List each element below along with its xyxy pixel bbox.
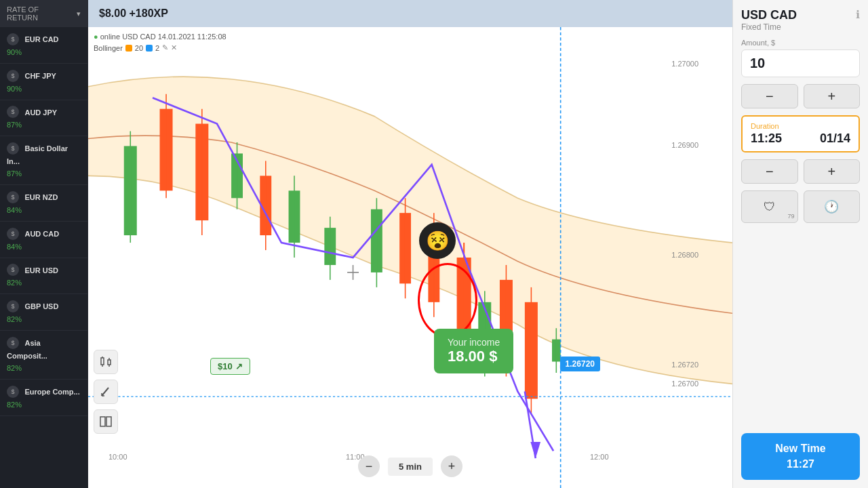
y-label-1: 1.27000	[671, 60, 698, 68]
sidebar-item-2[interactable]: $ AUD JPY 87%	[0, 100, 87, 137]
sidebar-item-pct-4: 84%	[7, 206, 22, 214]
amount-increase-btn[interactable]: +	[804, 84, 861, 108]
y-label-5: 1.26700	[671, 380, 698, 388]
amount-decrease-btn[interactable]: −	[741, 84, 798, 108]
sidebar-item-1[interactable]: $ CHF JPY 90%	[0, 64, 87, 100]
clock-btn[interactable]: 🕐	[804, 190, 861, 223]
sidebar-header[interactable]: RATE OF RETURN ▾	[0, 0, 87, 27]
sidebar-item-name-7: GBP USD	[24, 302, 58, 310]
sidebar-item-pct-1: 90%	[7, 85, 22, 93]
sidebar-item-icon-6: $	[7, 264, 19, 276]
sidebar-chevron-icon: ▾	[77, 9, 81, 18]
trade-badge-arrow: ↗	[235, 361, 243, 371]
amount-display: 10	[741, 49, 860, 77]
svg-rect-39	[108, 360, 111, 365]
income-popup: Your income 18.00 $	[434, 329, 513, 373]
sidebar-item-icon-4: $	[7, 191, 19, 203]
sidebar-item-name-1: CHF JPY	[24, 72, 56, 80]
sidebar-item-icon-1: $	[7, 70, 19, 82]
y-label-3: 1.26800	[671, 251, 698, 259]
sidebar-item-pct-7: 82%	[7, 315, 22, 323]
sidebar-item-4[interactable]: $ EUR NZD 84%	[0, 185, 87, 222]
svg-rect-46	[106, 417, 111, 426]
boll-edit-icon[interactable]: ✎	[162, 43, 168, 52]
sidebar-item-icon-2: $	[7, 106, 19, 118]
sidebar-item-name-6: EUR USD	[24, 266, 58, 274]
sidebar-item-pct-5: 84%	[7, 243, 22, 251]
new-time-button[interactable]: New Time 11:27	[741, 433, 860, 480]
chart-area: ● online USD CAD 14.01.2021 11:25:08 Bol…	[88, 27, 732, 488]
sidebar-item-icon-7: $	[7, 300, 19, 312]
duration-box: Duration 11:25 01/14	[741, 115, 860, 152]
boll-close-icon[interactable]: ✕	[171, 43, 177, 52]
time-increase-btn[interactable]: +	[441, 455, 462, 477]
reward-label: $8.00 +180XP	[99, 7, 168, 20]
indicator-tool-btn[interactable]	[94, 409, 118, 434]
bollinger-bar: Bollinger 20 2 ✎ ✕	[94, 43, 177, 52]
top-bar: $8.00 +180XP	[88, 0, 732, 27]
sidebar-item-name-4: EUR NZD	[24, 193, 58, 201]
death-face-icon: 😵	[419, 222, 456, 259]
income-title: Your income	[448, 337, 500, 348]
right-panel: USD CAD Fixed Time ℹ Amount, $ 10 − + Du…	[732, 0, 868, 488]
duration-label: Duration	[751, 122, 850, 130]
chart-info: ● online USD CAD 14.01.2021 11:25:08	[94, 33, 226, 41]
time-decrease-btn[interactable]: −	[358, 455, 380, 477]
amount-label: Amount, $	[741, 39, 860, 47]
svg-marker-33	[530, 442, 540, 458]
svg-line-42	[102, 388, 108, 396]
new-time-label-line1: New Time	[749, 441, 852, 456]
svg-rect-45	[100, 417, 105, 426]
sidebar-item-3[interactable]: $ Basic Dollar In... 87%	[0, 136, 87, 185]
sidebar-item-icon-9: $	[7, 386, 19, 398]
sidebar-item-0[interactable]: $ EUR CAD 90%	[0, 27, 87, 64]
duration-stepper-row: − +	[741, 159, 860, 184]
chart-svg	[88, 27, 732, 488]
sidebar-item-pct-0: 90%	[7, 48, 22, 56]
boll-color2	[146, 45, 153, 52]
info-icon[interactable]: ℹ	[856, 8, 860, 21]
sidebar-item-pct-9: 82%	[7, 401, 22, 409]
duration-increase-btn[interactable]: +	[804, 159, 861, 184]
draw-tool-btn[interactable]	[94, 380, 118, 404]
sidebar: RATE OF RETURN ▾ $ EUR CAD 90% $ CHF JPY…	[0, 0, 88, 488]
shield-badge: 79	[787, 213, 794, 220]
sidebar-item-9[interactable]: $ Europe Comp... 82%	[0, 380, 87, 416]
income-value: 18.00 $	[448, 348, 500, 365]
main-area: $8.00 +180XP ● online USD CAD 14.01.2021…	[88, 0, 732, 488]
new-time-label-line2: 11:27	[749, 457, 852, 472]
trade-badge: $10 ↗	[210, 358, 250, 375]
panel-subtitle: Fixed Time	[741, 22, 797, 32]
y-label-4: 1.26720	[671, 361, 698, 369]
amount-stepper-row: − +	[741, 84, 860, 108]
boll-num1: 20	[135, 44, 143, 52]
sidebar-item-7[interactable]: $ GBP USD 82%	[0, 294, 87, 331]
sidebar-item-8[interactable]: $ Asia Composit... 82%	[0, 331, 87, 380]
sidebar-item-icon-0: $	[7, 33, 19, 45]
y-label-2: 1.26900	[671, 141, 698, 149]
duration-time-value: 11:25	[751, 131, 782, 146]
svg-rect-36	[101, 358, 104, 365]
sidebar-item-pct-6: 82%	[7, 279, 22, 287]
shield-icon: 🛡	[764, 200, 776, 214]
time-period-label: 5 min	[388, 458, 433, 476]
bottom-controls: − 5 min +	[358, 455, 462, 477]
sidebar-item-name-0: EUR CAD	[24, 35, 58, 43]
panel-header: USD CAD Fixed Time ℹ	[741, 8, 860, 32]
sidebar-item-name-5: AUD CAD	[24, 230, 59, 238]
sidebar-item-6[interactable]: $ EUR USD 82%	[0, 258, 87, 295]
x-label-1: 10:00	[108, 453, 127, 461]
sidebar-item-5[interactable]: $ AUD CAD 84%	[0, 222, 87, 258]
bollinger-label: Bollinger	[94, 44, 123, 52]
boll-color1	[125, 45, 132, 52]
left-toolbar	[94, 350, 118, 434]
sidebar-item-icon-3: $	[7, 142, 19, 155]
sidebar-item-name-9: Europe Comp...	[24, 388, 79, 396]
candlestick-tool-btn[interactable]	[94, 350, 118, 374]
panel-icon-row: 🛡 79 🕐	[741, 190, 860, 223]
duration-decrease-btn[interactable]: −	[741, 159, 798, 184]
shield-btn[interactable]: 🛡 79	[741, 190, 798, 223]
clock-icon: 🕐	[824, 199, 839, 214]
sidebar-item-name-2: AUD JPY	[24, 108, 57, 117]
sidebar-item-pct-3: 87%	[7, 169, 22, 178]
